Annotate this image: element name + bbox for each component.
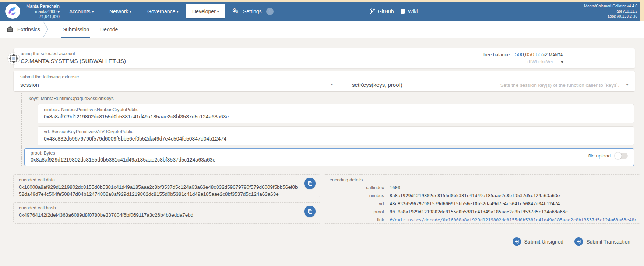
submit-transaction-label: Submit Transaction bbox=[586, 239, 630, 245]
nav-governance-label: Governance bbox=[147, 8, 175, 14]
extrinsics-icon bbox=[7, 26, 14, 33]
encoding-row-value: 80 8a8af929d1219802dc8155d0b5381c41d49a1… bbox=[390, 209, 636, 214]
nav-accounts-label: Accounts bbox=[69, 8, 91, 14]
encoding-row-value: 8a8af929d1219802dc8155d0b5381c41d49a185a… bbox=[390, 193, 636, 198]
chain-name: Manta Parachain bbox=[21, 4, 60, 9]
chevron-down-icon: ▾ bbox=[217, 10, 219, 13]
wiki-link[interactable]: Wiki bbox=[401, 2, 418, 21]
nav-governance[interactable]: Governance▾ bbox=[147, 2, 179, 21]
encoding-row-value: 1600 bbox=[390, 185, 636, 190]
decode-link[interactable]: #/extrinsics/decode/0x16008a8af929d12198… bbox=[390, 217, 636, 223]
app-header: Manta Parachain manta/4400▾ #1,941,820 A… bbox=[0, 2, 644, 21]
github-link[interactable]: GitHub bbox=[370, 2, 394, 21]
breadcrumb-chevron-icon bbox=[43, 21, 49, 38]
chevron-down-icon[interactable]: ▾ bbox=[331, 82, 333, 86]
chain-selector[interactable]: Manta Parachain manta/4400▾ #1,941,820 bbox=[21, 4, 60, 19]
chain-spec: manta/4400 bbox=[35, 9, 56, 14]
free-balance-label: free balance bbox=[483, 52, 510, 57]
chevron-down-icon[interactable]: ▾ bbox=[561, 60, 563, 64]
nav-settings[interactable]: ⚙⚙ Settings 1 bbox=[232, 2, 274, 21]
top-accent-strip bbox=[0, 0, 644, 2]
encoding-details-box: encoding details callindex 1600 nimbus 8… bbox=[324, 174, 640, 224]
book-icon bbox=[401, 8, 405, 14]
github-label: GitHub bbox=[378, 8, 394, 14]
section-select[interactable]: session bbox=[20, 82, 39, 88]
right-accent-strip bbox=[640, 0, 644, 21]
encoded-call-data-box: encoded call data 0x16008a8af929d1219802… bbox=[13, 174, 320, 197]
submit-unsigned-button[interactable]: Submit Unsigned bbox=[513, 237, 564, 246]
tab-bar: Extrinsics Submission Decode bbox=[0, 21, 644, 38]
best-block-number[interactable]: #1,941,820 bbox=[21, 14, 60, 19]
copy-call-data-button[interactable] bbox=[304, 178, 316, 189]
node-version: Manta/Calamari Collator v4.4.0 bbox=[584, 3, 637, 8]
sign-in-icon bbox=[574, 237, 583, 246]
chevron-down-icon: ▾ bbox=[177, 10, 179, 13]
encoding-row-label: vrf bbox=[330, 201, 384, 206]
balance-unit: MANTA bbox=[549, 53, 563, 57]
account-name: C2.MANTA.SYSTEMS (SUBWALLET-JS) bbox=[21, 58, 126, 64]
account-select[interactable]: using the selected account C2.MANTA.SYST… bbox=[13, 48, 635, 69]
page-content: using the selected account C2.MANTA.SYST… bbox=[0, 38, 644, 266]
nav-network[interactable]: Network▾ bbox=[109, 2, 131, 21]
tab-decode-label: Decode bbox=[100, 26, 118, 32]
encoding-row-label: nimbus bbox=[330, 193, 384, 198]
param-vrf-label: vrf: SessionKeyPrimitivesVrfVrfCryptoPub… bbox=[44, 129, 133, 134]
encoded-call-hash-value: 0x49764142f2def4363a6089d8f0780be337804f… bbox=[19, 212, 299, 219]
manta-logo-icon bbox=[5, 4, 20, 19]
chevron-down-icon: ▾ bbox=[92, 10, 94, 13]
encoding-row-value: 48c832d59679790f579d6009f5bb56ef0b52da49… bbox=[390, 201, 636, 206]
manta-logo[interactable] bbox=[5, 4, 20, 19]
param-vrf-input[interactable]: vrf: SessionKeyPrimitivesVrfVrfCryptoPub… bbox=[38, 126, 634, 145]
tab-decode[interactable]: Decode bbox=[100, 21, 118, 38]
breadcrumb-label: Extrinsics bbox=[17, 26, 40, 32]
param-proof-label: proof: Bytes bbox=[31, 150, 55, 156]
encoding-row-label: proof bbox=[330, 209, 384, 214]
settings-badge: 1 bbox=[266, 8, 274, 15]
param-nimbus-input[interactable]: nimbus: NimbusPrimitivesNimbusCryptoPubl… bbox=[38, 104, 634, 123]
nav-developer[interactable]: Developer▾ bbox=[186, 4, 225, 18]
file-upload-toggle[interactable] bbox=[615, 153, 628, 159]
chevron-down-icon[interactable]: ▾ bbox=[626, 82, 629, 86]
action-buttons: Submit Unsigned Submit Transaction bbox=[513, 237, 630, 246]
nav-accounts[interactable]: Accounts▾ bbox=[69, 2, 94, 21]
encoding-details-title: encoding details bbox=[330, 177, 363, 182]
sign-in-icon bbox=[513, 237, 521, 246]
copy-call-hash-button[interactable] bbox=[304, 206, 316, 217]
tab-submission-label: Submission bbox=[63, 26, 89, 32]
toggle-knob bbox=[615, 152, 622, 159]
api-version: api v10.11.2 bbox=[584, 8, 637, 14]
copy-icon bbox=[307, 181, 313, 187]
copy-icon bbox=[307, 209, 313, 214]
account-identicon bbox=[7, 52, 20, 65]
param-keys-label: keys: MantaRuntimeOpaqueSessionKeys bbox=[29, 96, 114, 101]
chevron-down-icon: ▾ bbox=[58, 10, 60, 14]
apps-version: apps v0.133.2-36 bbox=[584, 14, 637, 19]
account-select-label: using the selected account bbox=[21, 51, 75, 56]
submit-unsigned-label: Submit Unsigned bbox=[524, 239, 564, 245]
gears-icon: ⚙⚙ bbox=[232, 8, 240, 15]
free-balance-value: 500,050.6552 MANTA bbox=[515, 52, 563, 57]
encoded-call-data-value: 0x16008a8af929d1219802dc8155d0b5381c41d4… bbox=[19, 184, 299, 198]
encoding-row-label: callindex bbox=[330, 185, 384, 190]
extrinsic-select-label: submit the following extrinsic bbox=[20, 74, 79, 79]
account-address-short: dfWbekcVei... bbox=[527, 59, 556, 64]
text-cursor bbox=[216, 157, 216, 162]
nav-network-label: Network bbox=[109, 8, 128, 14]
nav-developer-label: Developer bbox=[192, 8, 216, 14]
method-hint: Sets the session key(s) of the function … bbox=[500, 82, 619, 88]
wiki-label: Wiki bbox=[408, 8, 418, 14]
param-nimbus-label: nimbus: NimbusPrimitivesNimbusCryptoPubl… bbox=[44, 107, 138, 112]
param-nimbus-value: 0x8a8af929d1219802dc8155d0b5381c41d49a18… bbox=[44, 114, 229, 120]
encoded-call-data-label: encoded call data bbox=[19, 177, 55, 182]
encoding-row-label: link bbox=[330, 217, 384, 223]
submit-transaction-button[interactable]: Submit Transaction bbox=[574, 237, 630, 246]
extrinsic-select-card: submit the following extrinsic session ▾… bbox=[13, 71, 635, 92]
encoded-call-hash-box: encoded call hash 0x49764142f2def4363a60… bbox=[13, 202, 320, 224]
chevron-down-icon: ▾ bbox=[130, 10, 132, 13]
method-select[interactable]: setKeys(keys, proof) bbox=[352, 82, 402, 88]
param-proof-input[interactable]: proof: Bytes 0x8a8af929d1219802dc8155d0b… bbox=[24, 148, 634, 166]
breadcrumb: Extrinsics bbox=[7, 21, 40, 38]
param-vrf-value: 0x48c832d59679790f579d6009f5bb56ef0b52da… bbox=[44, 136, 226, 142]
params-group-line bbox=[21, 93, 22, 166]
tab-submission[interactable]: Submission bbox=[63, 21, 89, 38]
